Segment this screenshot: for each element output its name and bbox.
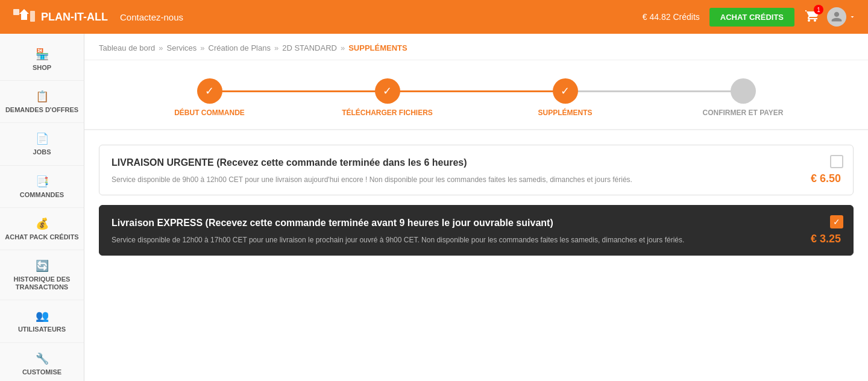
breadcrumb: Tableau de bord » Services » Création de… [84, 34, 868, 60]
step-circle-1: ✓ [375, 78, 400, 104]
sidebar-label-achat-pack: ACHAT PACK CRÉDITS [5, 233, 78, 241]
avatar [827, 7, 846, 27]
sidebar-label-shop: SHOP [33, 64, 51, 72]
contact-link[interactable]: Contactez-nous [120, 12, 183, 22]
step-label-3: CONFIRMER ET PAYER [702, 109, 783, 117]
main-layout: 🏪 SHOP 📋 DEMANDES D'OFFRES 📄 JOBS 📑 COMM… [0, 34, 868, 381]
breadcrumb-item-3[interactable]: 2D STANDARD [282, 43, 337, 52]
sidebar-icon-achat-pack: 💰 [35, 216, 49, 231]
svg-rect-0 [13, 9, 19, 15]
step-circle-2: ✓ [553, 78, 578, 104]
step-label-0: DÉBUT COMMANDE [174, 109, 245, 117]
step-1: ✓ TÉLÉCHARGER FICHIERS [298, 78, 476, 117]
credits-display: € 44.82 Crédits [643, 12, 700, 22]
user-menu[interactable] [827, 7, 856, 27]
stepper: ✓ DÉBUT COMMANDE ✓ TÉLÉCHARGER FICHIERS … [84, 60, 868, 130]
sidebar-icon-customise: 🔧 [35, 351, 49, 366]
sidebar-icon-historique: 🔄 [35, 259, 49, 273]
sidebar-item-achat-pack[interactable]: 💰 ACHAT PACK CRÉDITS [0, 208, 84, 250]
card-urgent-price: € 6.50 [811, 172, 841, 185]
cards-area: LIVRAISON URGENTE (Recevez cette command… [84, 130, 868, 270]
sidebar-item-demandes[interactable]: 📋 DEMANDES D'OFFRES [0, 81, 84, 123]
step-label-1: TÉLÉCHARGER FICHIERS [342, 109, 433, 117]
step-2: ✓ SUPPLÉMENTS [476, 78, 654, 117]
card-urgent-desc: Service disponible de 9h00 à 12h00 CET p… [112, 174, 841, 185]
card-express-checkbox[interactable]: ✓ [830, 215, 843, 228]
sidebar: 🏪 SHOP 📋 DEMANDES D'OFFRES 📄 JOBS 📑 COMM… [0, 34, 84, 381]
breadcrumb-item-0[interactable]: Tableau de bord [99, 43, 155, 52]
sidebar-label-demandes: DEMANDES D'OFFRES [5, 106, 78, 114]
sidebar-label-customise: CUSTOMISE [22, 368, 61, 376]
sidebar-item-utilisateurs[interactable]: 👥 UTILISATEURS [0, 300, 84, 342]
sidebar-icon-commandes: 📑 [35, 174, 49, 189]
sidebar-item-customise[interactable]: 🔧 CUSTOMISE [0, 343, 84, 382]
content: Tableau de bord » Services » Création de… [84, 34, 868, 381]
sidebar-icon-jobs: 📄 [35, 131, 49, 146]
sidebar-label-jobs: JOBS [33, 148, 51, 156]
svg-marker-1 [19, 9, 29, 20]
breadcrumb-item-2[interactable]: Création de Plans [209, 43, 271, 52]
step-circle-3 [731, 78, 756, 104]
logo-icon [12, 6, 36, 28]
cart-button[interactable]: 1 [804, 8, 820, 25]
step-3: CONFIRMER ET PAYER [654, 78, 832, 117]
card-express[interactable]: Livraison EXPRESS (Recevez cette command… [99, 205, 854, 256]
buy-credits-button[interactable]: ACHAT CRÉDITS [709, 8, 794, 27]
card-urgent-checkbox[interactable] [830, 155, 843, 168]
card-urgent-title: LIVRAISON URGENTE (Recevez cette command… [112, 157, 841, 168]
sidebar-label-historique: HISTORIQUE DES TRANSACTIONS [5, 276, 79, 291]
card-express-price: € 3.25 [811, 233, 841, 245]
step-circle-0: ✓ [197, 78, 222, 104]
sidebar-label-utilisateurs: UTILISATEURS [18, 326, 66, 333]
card-urgent[interactable]: LIVRAISON URGENTE (Recevez cette command… [99, 145, 854, 195]
logo-text: PLAN-IT-ALL [41, 11, 108, 24]
logo: PLAN-IT-ALL [12, 6, 108, 28]
cart-badge: 1 [814, 5, 823, 14]
sidebar-item-historique[interactable]: 🔄 HISTORIQUE DES TRANSACTIONS [0, 250, 84, 300]
sidebar-icon-shop: 🏪 [35, 47, 49, 61]
sidebar-item-commandes[interactable]: 📑 COMMANDES [0, 166, 84, 208]
card-express-desc: Service disponible de 12h00 à 17h00 CET … [112, 235, 841, 245]
sidebar-icon-demandes: 📋 [35, 89, 49, 104]
sidebar-item-shop[interactable]: 🏪 SHOP [0, 39, 84, 81]
breadcrumb-item-4: SUPPLÉMENTS [348, 43, 407, 52]
step-label-2: SUPPLÉMENTS [538, 109, 592, 117]
top-nav: PLAN-IT-ALL Contactez-nous € 44.82 Crédi… [0, 0, 868, 34]
card-express-title: Livraison EXPRESS (Recevez cette command… [112, 218, 841, 228]
svg-rect-2 [30, 11, 35, 22]
breadcrumb-item-1[interactable]: Services [166, 43, 197, 52]
sidebar-item-jobs[interactable]: 📄 JOBS [0, 123, 84, 165]
sidebar-label-commandes: COMMANDES [20, 191, 64, 199]
sidebar-icon-utilisateurs: 👥 [35, 309, 49, 323]
step-0: ✓ DÉBUT COMMANDE [121, 78, 298, 117]
